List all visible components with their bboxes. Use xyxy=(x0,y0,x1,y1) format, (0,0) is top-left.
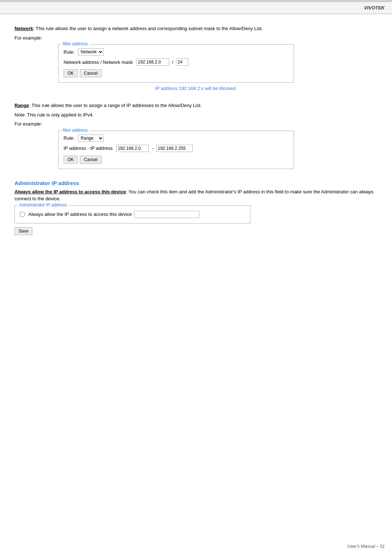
range-note: Note: This rule is only applied to IPv4. xyxy=(15,111,377,119)
admin-section: Administrator IP address Always allow th… xyxy=(15,180,377,235)
network-rule-row: Rule: Network Range Single xyxy=(64,48,289,56)
admin-intro: Always allow the IP address to access th… xyxy=(15,188,377,202)
admin-save-row: Save xyxy=(15,227,377,235)
range-filter-box: filter address Rule: Network Range Singl… xyxy=(58,131,294,169)
network-addr-input[interactable] xyxy=(136,58,169,66)
network-mask-input[interactable] xyxy=(176,58,188,66)
footer-text: User's Manual – 51 xyxy=(347,544,385,549)
network-addr-label: Network address / Network mask xyxy=(64,59,133,65)
admin-section-heading: Administrator IP address xyxy=(15,180,377,186)
range-intro-rest: : This rule allows the user to assign a … xyxy=(29,103,202,108)
network-rule-label: Rule: xyxy=(64,49,74,55)
network-ok-button[interactable]: OK xyxy=(64,69,78,77)
network-filter-box-title: filter address xyxy=(61,41,89,46)
network-rule-select[interactable]: Network Range Single xyxy=(78,48,104,56)
admin-ip-input[interactable] xyxy=(134,211,199,218)
range-ok-button[interactable]: OK xyxy=(64,156,78,164)
network-filter-box: filter address Rule: Network Range Singl… xyxy=(58,44,294,83)
range-ip-start-input[interactable] xyxy=(116,145,149,152)
network-cancel-button[interactable]: Cancel xyxy=(80,69,101,77)
network-section: Network: This rule allows the user to as… xyxy=(15,25,377,91)
network-info-text: IP address 192.168.2.x will be blocked. xyxy=(15,86,377,91)
network-button-row: OK Cancel xyxy=(64,69,289,77)
admin-checkbox-row: Always allow the IP address to access th… xyxy=(20,211,245,218)
network-addr-row: Network address / Network mask / xyxy=(64,58,289,66)
range-rule-row: Rule: Network Range Single xyxy=(64,135,289,142)
range-cancel-button[interactable]: Cancel xyxy=(80,156,101,164)
range-dash: - xyxy=(152,145,153,151)
footer: User's Manual – 51 xyxy=(347,544,385,549)
admin-always-allow-keyword: Always allow the IP address to access th… xyxy=(15,189,126,194)
network-intro: Network: This rule allows the user to as… xyxy=(15,25,377,32)
admin-box-title: Administrator IP address xyxy=(18,202,68,208)
admin-ip-box: Administrator IP address Always allow th… xyxy=(15,205,250,223)
network-slash: / xyxy=(172,59,173,65)
admin-always-allow-checkbox[interactable] xyxy=(20,212,25,217)
range-filter-box-title: filter address xyxy=(61,128,89,133)
main-content: Network: This rule allows the user to as… xyxy=(0,14,392,257)
brand-logo: VIVOTEK xyxy=(364,5,385,11)
range-button-row: OK Cancel xyxy=(64,156,289,164)
header: VIVOTEK xyxy=(0,2,392,14)
range-rule-select[interactable]: Network Range Single xyxy=(78,135,104,142)
range-addr-row: IP address - IP address - xyxy=(64,145,289,152)
admin-save-button[interactable]: Save xyxy=(15,227,32,235)
range-keyword: Range xyxy=(15,103,29,108)
range-rule-label: Rule: xyxy=(64,135,74,141)
admin-checkbox-label: Always allow the IP address to access th… xyxy=(28,212,132,217)
range-ip-end-input[interactable] xyxy=(156,145,193,152)
network-for-example: For example: xyxy=(15,34,377,42)
network-keyword: Network xyxy=(15,26,33,31)
range-ip-label: IP address - IP address xyxy=(64,145,113,151)
range-for-example: For example: xyxy=(15,120,377,128)
network-intro-rest: : This rule allows the user to assign a … xyxy=(33,26,263,31)
range-section: Range: This rule allows the user to assi… xyxy=(15,102,377,169)
range-intro: Range: This rule allows the user to assi… xyxy=(15,102,377,109)
